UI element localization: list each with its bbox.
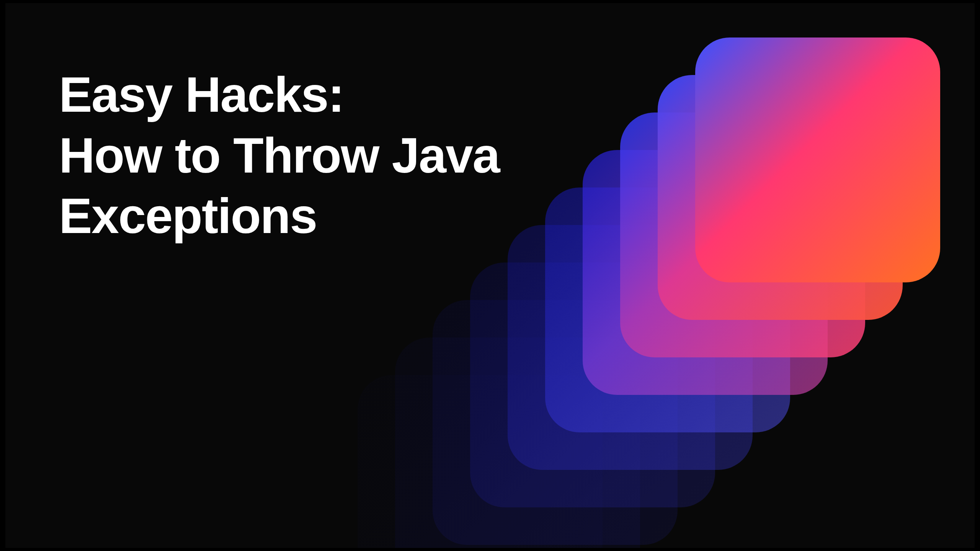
- title-line-2: How to Throw Java: [59, 127, 500, 183]
- letterbox: Easy Hacks: How to Throw Java Exceptions: [0, 0, 980, 551]
- title-line-3: Exceptions: [59, 188, 317, 244]
- hero-title: Easy Hacks: How to Throw Java Exceptions: [59, 64, 500, 246]
- gradient-card-9: [695, 37, 940, 282]
- hero-banner: Easy Hacks: How to Throw Java Exceptions: [5, 3, 975, 548]
- title-line-1: Easy Hacks:: [59, 67, 344, 122]
